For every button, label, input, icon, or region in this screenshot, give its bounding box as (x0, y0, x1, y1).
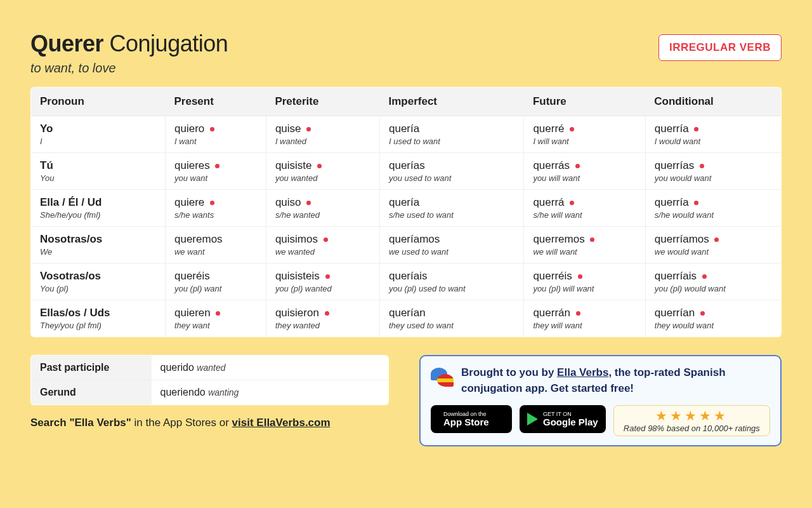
conjugation-translation: you want (174, 173, 257, 183)
irregular-dot-icon (714, 237, 719, 242)
conjugation-form: querían (389, 307, 514, 319)
irregular-dot-icon (694, 127, 698, 131)
irregular-dot-icon (216, 311, 220, 316)
google-play-button[interactable]: GET IT ON Google Play (520, 405, 606, 433)
pronoun-es: Ella / Él / Ud (40, 196, 156, 209)
irregular-dot-icon (570, 201, 574, 205)
table-row: Vosotras/osYou (pl)queréisyou (pl) wantq… (31, 264, 782, 300)
conjugation-form: querría (655, 123, 772, 135)
pronoun-en: We (40, 247, 156, 257)
conjugation-form: querréis (533, 270, 636, 283)
conjugation-form: quieren (174, 307, 257, 319)
pronoun-es: Yo (40, 123, 156, 135)
conjugation-form: querría (655, 196, 772, 209)
conjugation-form: quise (275, 123, 370, 135)
conjugation-form: quería (389, 123, 514, 135)
promo-box: Brought to you by Ella Verbs, the top-ra… (419, 355, 782, 446)
conjugation-translation: s/he would want (655, 210, 772, 220)
conjugation-table: PronounPresentPreteriteImperfectFutureCo… (30, 87, 782, 337)
conjugation-form: querríais (655, 270, 772, 283)
irregular-badge: IRREGULAR VERB (658, 34, 782, 61)
past-participle-trans: wanted (197, 363, 225, 373)
irregular-dot-icon (325, 311, 329, 316)
irregular-dot-icon (306, 201, 311, 205)
conjugation-form: querré (533, 123, 636, 135)
conjugation-translation: s/he wanted (275, 210, 370, 220)
conjugation-translation: s/he used to want (389, 210, 514, 220)
conjugation-translation: you would want (655, 173, 772, 183)
conjugation-translation: you (pl) want (174, 284, 257, 293)
conjugation-form: queremos (174, 233, 257, 246)
irregular-dot-icon (325, 274, 330, 279)
conjugation-translation: I would want (655, 137, 772, 146)
conjugation-form: quisimos (275, 233, 370, 246)
irregular-dot-icon (700, 311, 705, 316)
irregular-dot-icon (306, 127, 311, 131)
app-store-button[interactable]: Download on the App Store (431, 405, 512, 433)
conjugation-translation: you used to want (389, 173, 514, 183)
column-header: Present (165, 88, 266, 116)
visit-link[interactable]: visit EllaVerbs.com (232, 417, 331, 429)
verb-name: Querer (30, 30, 103, 57)
irregular-dot-icon (324, 237, 328, 242)
gerund-trans: wanting (208, 387, 239, 398)
gerund-label: Gerund (31, 380, 152, 405)
table-row: Gerund queriendo wanting (31, 380, 389, 405)
conjugation-form: quiere (174, 196, 257, 209)
irregular-dot-icon (317, 164, 322, 168)
conjugation-translation: I will want (533, 137, 636, 146)
participles-table: Past participle querido wanted Gerund qu… (30, 355, 389, 405)
conjugation-translation: you wanted (275, 173, 370, 183)
pronoun-es: Vosotras/os (40, 270, 156, 283)
irregular-dot-icon (578, 274, 582, 279)
conjugation-form: quisieron (275, 307, 370, 319)
brand-link[interactable]: Ella Verbs (557, 366, 608, 378)
pronoun-en: She/he/you (fml) (40, 210, 156, 220)
conjugation-form: querrías (655, 159, 772, 172)
promo-text: Brought to you by Ella Verbs, the top-ra… (461, 365, 770, 396)
conjugation-form: querremos (533, 233, 636, 246)
pronoun-es: Tú (40, 159, 156, 172)
pronoun-en: You (pl) (40, 284, 156, 293)
table-row: Ellas/os / UdsThey/you (pl fml)quieren t… (31, 300, 782, 337)
conjugation-translation: you (pl) would want (655, 284, 772, 293)
conjugation-form: quieres (174, 159, 257, 172)
past-participle-form: querido (160, 362, 194, 373)
conjugation-translation: you (pl) used to want (389, 284, 514, 293)
rating-box: ★★★★★ Rated 98% based on 10,000+ ratings (613, 405, 770, 436)
conjugation-translation: they would want (655, 321, 772, 330)
conjugation-form: querríamos (655, 233, 772, 246)
conjugation-translation: you will want (533, 173, 636, 183)
conjugation-form: querías (389, 159, 514, 172)
column-header: Pronoun (31, 88, 166, 116)
gerund-form: queriendo (160, 387, 206, 398)
conjugation-translation: I used to want (389, 137, 514, 146)
conjugation-translation: you (pl) will want (533, 284, 636, 293)
column-header: Future (524, 88, 645, 116)
column-header: Conditional (645, 88, 781, 116)
irregular-dot-icon (210, 127, 214, 131)
conjugation-translation: they used to want (389, 321, 514, 330)
irregular-dot-icon (702, 274, 707, 279)
conjugation-form: quisiste (275, 159, 370, 172)
table-row: TúYouquieres you wantquisiste you wanted… (31, 153, 782, 190)
conjugation-form: quería (389, 196, 514, 209)
verb-definition: to want, to love (30, 61, 228, 76)
table-row: Nosotras/osWequeremoswe wantquisimos we … (31, 227, 782, 264)
conjugation-translation: we used to want (389, 247, 514, 257)
conjugation-form: queríais (389, 270, 514, 283)
conjugation-form: querrás (533, 159, 636, 172)
conjugation-form: quiso (275, 196, 370, 209)
pronoun-en: I (40, 137, 156, 146)
conjugation-translation: I want (174, 137, 257, 146)
conjugation-form: querrán (533, 307, 636, 319)
star-icon: ★★★★★ (620, 408, 763, 423)
pronoun-es: Ellas/os / Uds (40, 307, 156, 319)
page-title: Querer Conjugation (30, 30, 228, 57)
conjugation-translation: they wanted (275, 321, 370, 330)
conjugation-translation: s/he wants (174, 210, 257, 220)
conjugation-form: quiero (174, 123, 257, 135)
irregular-dot-icon (215, 164, 219, 168)
column-header: Imperfect (379, 88, 523, 116)
table-row: Ella / Él / UdShe/he/you (fml)quiere s/h… (31, 190, 782, 227)
